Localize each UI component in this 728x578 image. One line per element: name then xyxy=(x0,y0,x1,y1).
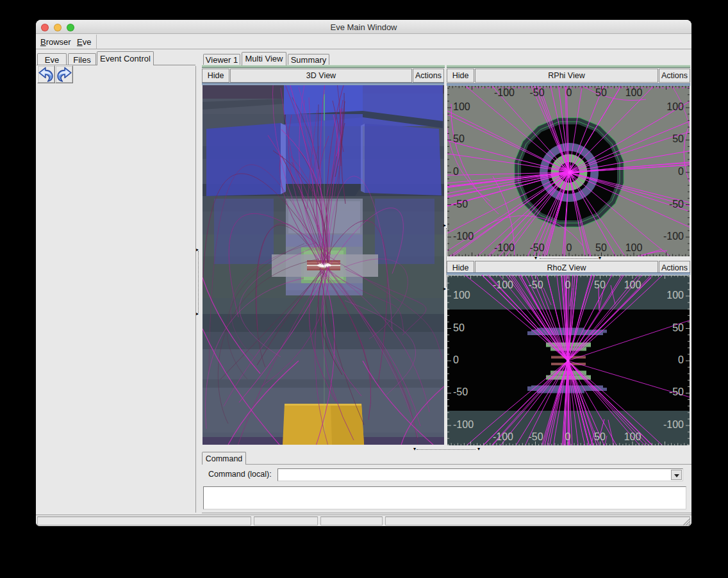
svg-text:-50: -50 xyxy=(529,242,544,253)
svg-text:50: 50 xyxy=(594,279,606,290)
svg-text:-100: -100 xyxy=(493,431,513,442)
svg-text:50: 50 xyxy=(595,242,607,253)
svg-text:-50: -50 xyxy=(453,386,468,397)
svg-text:-50: -50 xyxy=(529,87,544,98)
svg-text:50: 50 xyxy=(595,87,607,98)
svg-text:100: 100 xyxy=(453,101,470,112)
svg-text:0: 0 xyxy=(678,166,684,177)
svg-text:0: 0 xyxy=(565,431,571,442)
svg-text:50: 50 xyxy=(453,133,465,144)
svg-text:-100: -100 xyxy=(453,231,474,242)
svg-text:50: 50 xyxy=(594,431,606,442)
svg-text:50: 50 xyxy=(672,133,684,144)
svg-text:100: 100 xyxy=(625,242,643,253)
svg-text:-100: -100 xyxy=(663,231,684,242)
svg-text:-100: -100 xyxy=(493,279,513,290)
svg-text:0: 0 xyxy=(453,354,459,365)
svg-text:100: 100 xyxy=(666,101,684,112)
svg-text:100: 100 xyxy=(666,290,684,301)
svg-text:-100: -100 xyxy=(663,419,684,430)
svg-text:0: 0 xyxy=(453,166,459,177)
svg-text:0: 0 xyxy=(565,279,571,290)
svg-text:-50: -50 xyxy=(669,386,684,397)
svg-text:100: 100 xyxy=(625,87,643,98)
svg-text:-100: -100 xyxy=(494,87,515,98)
svg-text:50: 50 xyxy=(672,322,684,333)
svg-text:-50: -50 xyxy=(528,431,543,442)
svg-text:-100: -100 xyxy=(453,419,474,430)
svg-text:50: 50 xyxy=(453,322,465,333)
svg-text:-50: -50 xyxy=(453,199,468,210)
svg-text:100: 100 xyxy=(624,279,641,290)
svg-text:100: 100 xyxy=(453,290,470,301)
svg-text:-100: -100 xyxy=(494,242,515,253)
svg-text:-50: -50 xyxy=(528,279,543,290)
svg-text:-50: -50 xyxy=(669,199,684,210)
svg-text:0: 0 xyxy=(567,87,572,98)
svg-text:100: 100 xyxy=(624,431,641,442)
svg-text:0: 0 xyxy=(678,354,684,365)
svg-text:0: 0 xyxy=(567,242,572,253)
